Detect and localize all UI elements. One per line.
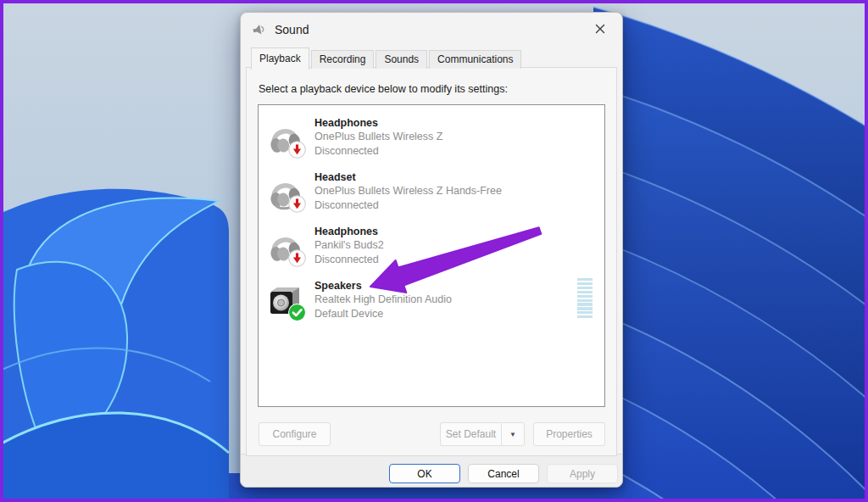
device-status: Disconnected [314, 198, 502, 213]
device-action-buttons: Configure Set Default ▼ Properties [247, 422, 616, 446]
set-default-button[interactable]: Set Default [440, 422, 501, 446]
device-status: Default Device [314, 307, 452, 321]
tab-communications[interactable]: Communications [429, 50, 521, 69]
tab-recording[interactable]: Recording [311, 50, 375, 69]
tab-label: Sounds [384, 53, 419, 65]
cancel-button[interactable]: Cancel [468, 464, 539, 483]
sound-dialog: Sound Playback Recording Sounds Communic… [240, 12, 623, 488]
close-icon [594, 23, 606, 35]
device-name: Headphones [314, 225, 384, 238]
device-row-speakers-realtek[interactable]: Speakers Realtek High Definition Audio D… [259, 273, 604, 327]
speaker-device-icon [265, 282, 303, 319]
tab-label: Communications [437, 53, 513, 65]
instruction-text: Select a playback device below to modify… [259, 83, 508, 95]
device-name: Headset [314, 170, 502, 184]
properties-button[interactable]: Properties [533, 422, 605, 446]
disconnected-badge-icon [288, 195, 306, 213]
device-row-headphones-buds2[interactable]: Headphones Pankil's Buds2 Disconnected [259, 219, 604, 273]
tab-sounds[interactable]: Sounds [376, 50, 427, 69]
disconnected-badge-icon [288, 249, 306, 267]
tab-label: Playback [259, 53, 301, 64]
device-name: Speakers [314, 279, 452, 293]
device-status: Disconnected [314, 253, 384, 267]
speaker-icon [251, 22, 267, 38]
headphones-icon [265, 119, 303, 156]
tab-strip: Playback Recording Sounds Communications [251, 47, 523, 70]
default-device-badge-icon [288, 304, 306, 321]
device-description: Realtek High Definition Audio [314, 293, 452, 307]
device-description: OnePlus Bullets Wireless Z Hands-Free [314, 184, 502, 198]
device-row-headset-oneplus[interactable]: Headset OnePlus Bullets Wireless Z Hands… [259, 165, 604, 219]
configure-button[interactable]: Configure [259, 422, 331, 446]
playback-tab-page: Select a playback device below to modify… [246, 67, 617, 456]
volume-level-meter [577, 278, 593, 319]
device-name: Headphones [314, 116, 442, 130]
headphones-icon [265, 227, 303, 265]
device-description: OnePlus Bullets Wireless Z [314, 130, 442, 144]
device-description: Pankil's Buds2 [314, 238, 384, 253]
dialog-footer: OK Cancel Apply [241, 454, 622, 487]
disconnected-badge-icon [288, 141, 306, 159]
device-row-headphones-oneplus[interactable]: Headphones OnePlus Bullets Wireless Z Di… [259, 110, 604, 165]
window-title: Sound [275, 23, 309, 36]
screenshot-frame: Sound Playback Recording Sounds Communic… [0, 0, 868, 502]
tab-label: Recording [320, 53, 366, 65]
headset-icon [265, 173, 303, 210]
ok-button[interactable]: OK [389, 464, 460, 483]
chevron-down-icon: ▼ [509, 431, 516, 438]
close-button[interactable] [587, 16, 614, 42]
tab-playback[interactable]: Playback [251, 47, 309, 70]
set-default-dropdown-button[interactable]: ▼ [501, 422, 525, 446]
apply-button[interactable]: Apply [547, 464, 618, 483]
device-status: Disconnected [314, 144, 442, 159]
title-bar: Sound [241, 13, 622, 47]
playback-device-list[interactable]: Headphones OnePlus Bullets Wireless Z Di… [258, 104, 605, 407]
